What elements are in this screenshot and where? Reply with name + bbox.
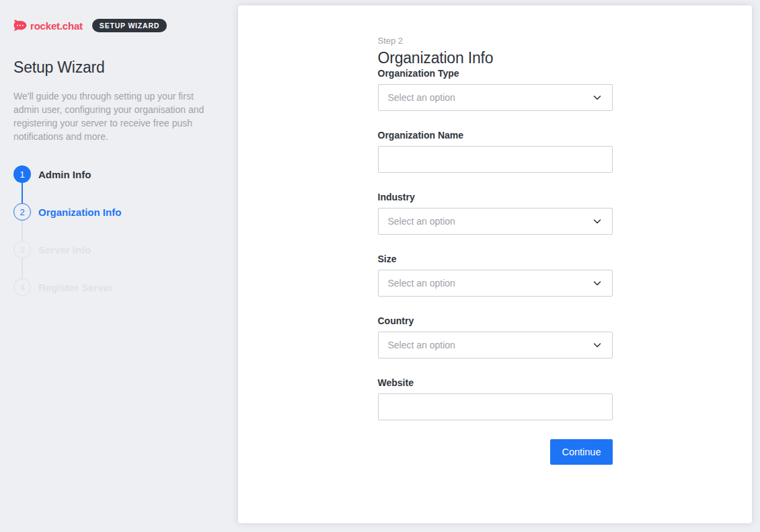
step-label: Server Info — [38, 244, 91, 256]
sidebar: rocket.chat SETUP WIZARD Setup Wizard We… — [0, 0, 238, 532]
rocketchat-logo: rocket.chat — [13, 19, 83, 32]
logo-row: rocket.chat SETUP WIZARD — [13, 18, 225, 33]
chevron-down-icon — [592, 278, 603, 289]
step-number-badge: 4 — [13, 278, 31, 296]
organization-name-input[interactable] — [378, 146, 613, 173]
field-label: Industry — [378, 192, 613, 203]
step-connector — [22, 221, 23, 241]
step-label: Register Server — [38, 282, 113, 293]
organization-info-form: Step 2 Organization Info Organization Ty… — [378, 5, 613, 523]
step-connector — [22, 183, 23, 203]
field-website: Website — [378, 377, 613, 420]
logo-wordmark: rocket.chat — [30, 20, 83, 32]
chevron-down-icon — [592, 92, 603, 103]
sidebar-description: We'll guide you through setting up your … — [13, 89, 217, 143]
chevron-down-icon — [592, 216, 603, 227]
organization-type-select[interactable]: Select an option — [378, 84, 613, 111]
field-label: Website — [378, 377, 613, 389]
step-item-organization-info[interactable]: 2 Organization Info — [13, 203, 225, 221]
field-label: Organization Name — [378, 130, 613, 141]
chevron-down-icon — [592, 340, 603, 350]
rocketchat-speech-bubble-icon — [13, 19, 27, 32]
step-item-admin-info[interactable]: 1 Admin Info — [13, 165, 225, 183]
select-placeholder: Select an option — [388, 92, 455, 103]
step-eyebrow: Step 2 — [378, 36, 613, 46]
select-placeholder: Select an option — [388, 216, 455, 227]
step-label: Organization Info — [38, 206, 121, 218]
field-organization-type: Organization Type Select an option — [378, 68, 613, 111]
field-country: Country Select an option — [378, 315, 613, 358]
country-select[interactable]: Select an option — [378, 332, 613, 358]
select-placeholder: Select an option — [388, 340, 455, 350]
setup-wizard-page: rocket.chat SETUP WIZARD Setup Wizard We… — [0, 0, 760, 532]
step-number-badge: 2 — [13, 203, 31, 221]
setup-wizard-badge: SETUP WIZARD — [92, 19, 167, 33]
website-input[interactable] — [378, 393, 613, 420]
step-number-badge: 1 — [13, 165, 31, 183]
page-title: Organization Info — [378, 48, 613, 68]
industry-select[interactable]: Select an option — [378, 208, 613, 235]
field-organization-name: Organization Name — [378, 130, 613, 173]
step-item-register-server[interactable]: 4 Register Server — [13, 278, 225, 296]
select-placeholder: Select an option — [388, 278, 455, 289]
setup-steps: 1 Admin Info 2 Organization Info 3 Serve… — [13, 165, 225, 296]
wizard-card: Step 2 Organization Info Organization Ty… — [238, 5, 752, 523]
step-item-server-info[interactable]: 3 Server Info — [13, 241, 225, 258]
field-label: Organization Type — [378, 68, 613, 79]
continue-button[interactable]: Continue — [550, 439, 612, 465]
field-label: Country — [378, 315, 613, 327]
field-label: Size — [378, 254, 613, 265]
step-number-badge: 3 — [13, 241, 31, 258]
form-actions: Continue — [378, 439, 613, 465]
step-label: Admin Info — [38, 169, 91, 180]
size-select[interactable]: Select an option — [378, 270, 613, 297]
field-industry: Industry Select an option — [378, 192, 613, 235]
sidebar-title: Setup Wizard — [13, 59, 225, 77]
field-size: Size Select an option — [378, 254, 613, 297]
step-connector — [22, 258, 23, 278]
